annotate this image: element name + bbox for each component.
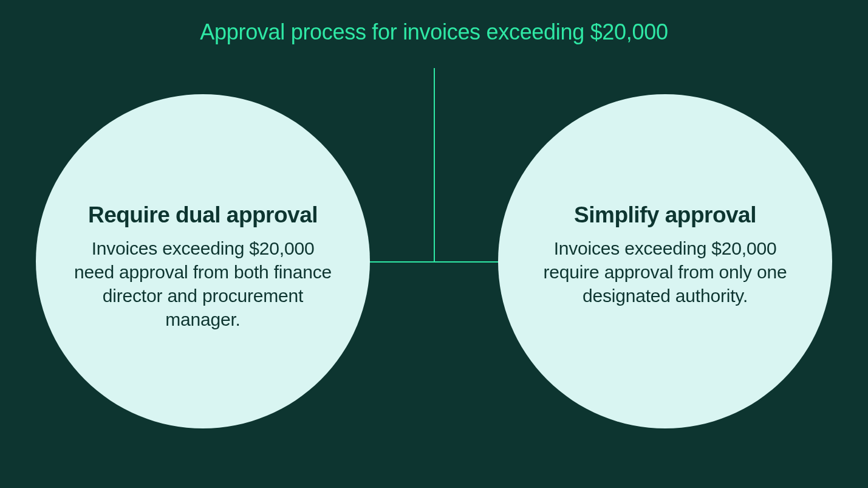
option-body: Invoices exceeding $20,000 require appro… <box>531 236 799 308</box>
option-dual-approval: Require dual approval Invoices exceeding… <box>36 94 370 428</box>
diagram-title: Approval process for invoices exceeding … <box>0 19 868 45</box>
connector-horizontal-line <box>358 261 510 263</box>
option-heading: Require dual approval <box>88 202 318 228</box>
option-simplify-approval: Simplify approval Invoices exceeding $20… <box>498 94 832 428</box>
connector-vertical-line <box>434 68 435 263</box>
option-heading: Simplify approval <box>574 202 756 228</box>
option-body: Invoices exceeding $20,000 need approval… <box>69 236 337 331</box>
